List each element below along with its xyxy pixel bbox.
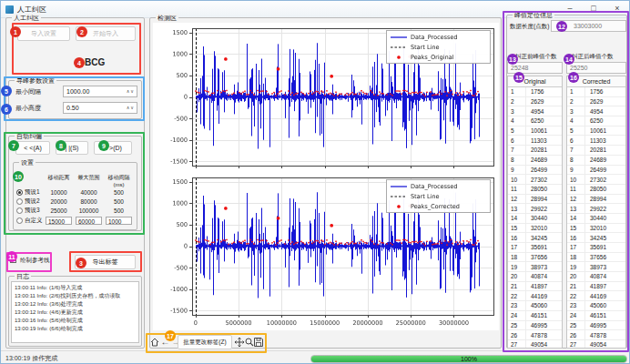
auto-settings-group: 设置 移动距离 最大范围 移动间隔(ms) 预设11000040000500预设… [13,162,137,230]
min-height-spinbox[interactable]: 0.50 ∧∨ [63,102,137,114]
table-row[interactable]: 2345060 [508,301,562,311]
preset-row[interactable]: 自定义15000600001000 [14,215,137,226]
table-row[interactable]: 2244169 [567,291,625,301]
table-row[interactable]: 2546995 [508,321,562,331]
table-row[interactable]: 1228994 [508,195,562,205]
table-row[interactable]: 1938973 [567,262,625,272]
table-row[interactable]: 1735691 [508,243,562,253]
preset-radio[interactable] [16,198,23,205]
table-row[interactable]: 46250 [508,116,562,126]
preset-row[interactable]: 预设325000100000500 [14,206,137,215]
table-row[interactable]: 2446151 [567,311,625,321]
row-value: 1756 [526,88,544,95]
table-row[interactable]: 1634245 [508,233,562,243]
preset-row[interactable]: 预设22000080000500 [14,197,137,206]
table-row[interactable]: 510061 [508,126,562,136]
annotation-badge: 7 [8,140,19,151]
table-row[interactable]: 2446151 [508,311,562,321]
table-row[interactable]: 1027302 [508,175,562,185]
import-settings-button[interactable]: 导入设置 [17,26,70,41]
table-row[interactable]: 2141897 [508,282,562,292]
table-row[interactable]: 1128050 [567,185,625,195]
preset-radio[interactable] [16,217,23,224]
table-row[interactable]: 2141897 [567,282,625,292]
table-row[interactable]: 2546995 [567,321,625,331]
table-row[interactable]: 1532010 [508,224,562,234]
table-row[interactable]: 22629 [567,97,625,107]
table-row[interactable]: 926499 [567,166,625,176]
row-index: 20 [508,272,526,281]
step-back-button[interactable]: < <(A) [15,141,50,155]
preset-value-input[interactable]: 60000 [76,217,102,225]
table-row[interactable]: 2040874 [508,272,562,282]
table-row[interactable]: 611303 [567,136,625,146]
table-row[interactable]: 1430440 [567,214,625,224]
annotation-badge: 3 [76,258,86,268]
table-row[interactable]: 2749054 [567,340,625,349]
corrected-peaks-table[interactable]: Corrected1175622629349544625051006161130… [566,76,626,349]
table-row[interactable]: 34954 [508,106,562,116]
row-value: 27302 [526,177,547,183]
table-row[interactable]: 1430440 [508,214,562,224]
row-index: 6 [567,136,585,145]
row-value: 30440 [585,215,606,221]
table-row[interactable]: 2749054 [508,340,562,349]
table-row[interactable]: 611303 [508,136,562,146]
table-row[interactable]: 1329922 [508,204,562,214]
table-row[interactable]: 2244169 [508,291,562,301]
preset-value: 20000 [44,198,74,205]
table-row[interactable]: 1128050 [508,185,562,195]
table-row[interactable]: 720281 [508,146,562,156]
table-row[interactable]: 720281 [567,146,625,156]
table-row[interactable]: 11756 [567,87,625,97]
table-row[interactable]: 2345060 [567,301,625,311]
row-index: 15 [508,224,526,233]
home-button[interactable] [149,337,159,348]
preset-radio[interactable] [16,189,23,196]
table-row[interactable]: 11756 [508,87,562,97]
row-value: 34245 [526,235,547,241]
table-row[interactable]: 2040874 [567,272,625,282]
table-row[interactable]: 1027302 [567,175,625,185]
table-row[interactable]: 1532010 [567,224,625,234]
table-row[interactable]: 2647878 [508,330,562,340]
table-row[interactable]: 1228994 [567,195,625,205]
preset-value-input[interactable]: 15000 [46,217,72,225]
row-index: 7 [567,146,585,155]
row-index: 15 [567,224,585,233]
row-index: 19 [567,262,585,271]
table-row[interactable]: 46250 [567,116,625,126]
table-row[interactable]: 22629 [508,97,562,107]
save-button[interactable] [253,337,263,348]
row-value: 24689 [526,157,547,163]
preset-radio[interactable] [16,207,23,214]
spinner-arrows-icon[interactable]: ∧∨ [127,103,135,113]
table-row[interactable]: 1938973 [508,262,562,272]
preset-value-input[interactable]: 1000 [106,217,132,225]
home-icon [150,338,159,347]
row-index: 10 [508,175,526,184]
table-row[interactable]: 510061 [567,126,625,136]
pan-button[interactable] [234,337,244,348]
row-index: 12 [567,195,585,204]
table-row[interactable]: 1329922 [567,204,625,214]
table-row[interactable]: 1837656 [567,253,625,263]
log-textarea[interactable]: 13:00:11 Info: (1/6)导入完成13:00:11 Info: (… [11,281,139,343]
table-row[interactable]: 824689 [508,156,562,166]
spinner-arrows-icon[interactable]: ∧∨ [127,86,135,96]
table-row[interactable]: 2647878 [567,330,625,340]
table-row[interactable]: 926499 [508,166,562,176]
table-row[interactable]: 1735691 [567,243,625,253]
signal-charts-canvas[interactable] [153,23,499,330]
min-interval-spinbox[interactable]: 1000.00 ∧∨ [63,86,137,97]
preset-row[interactable]: 预设11000040000500 [14,187,137,197]
table-row[interactable]: 1837656 [508,253,562,263]
original-peaks-table[interactable]: Original11756226293495446250510061611303… [507,76,563,349]
table-row[interactable]: 824689 [567,156,625,166]
table-row[interactable]: 1634245 [567,233,625,243]
table-row[interactable]: 34954 [567,106,625,116]
batch-edit-labels-button[interactable]: 批量更改标签(Z) [178,335,232,349]
row-index: 8 [508,156,526,165]
row-value: 28050 [526,186,547,192]
row-value: 20281 [526,147,547,153]
